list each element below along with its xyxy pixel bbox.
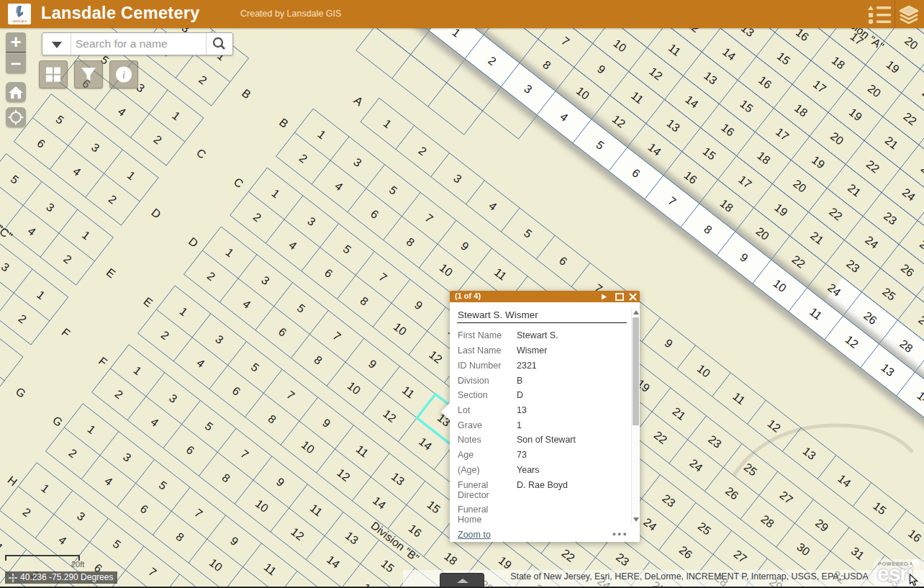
svg-text:i: i	[122, 69, 125, 81]
svg-text:LANSDALE: LANSDALE	[12, 19, 27, 23]
